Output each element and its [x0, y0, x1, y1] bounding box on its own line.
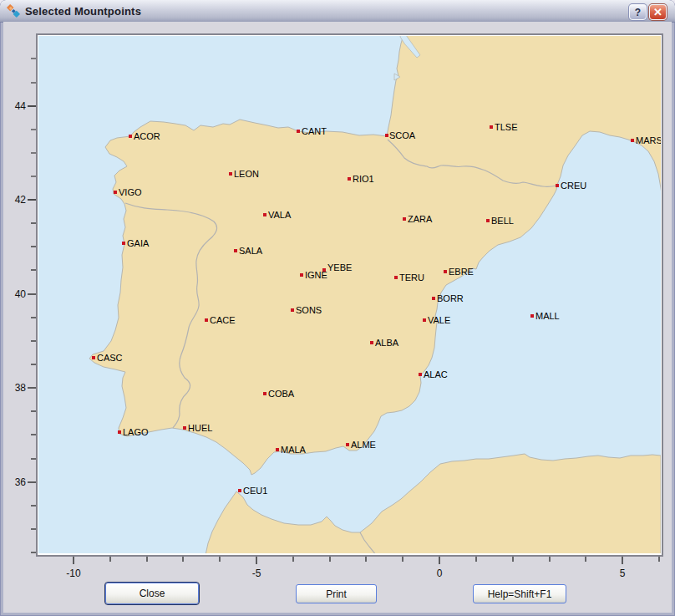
station-label-mars: MARS [636, 135, 662, 145]
app-icon [7, 4, 20, 18]
station-marker-cant [297, 130, 300, 133]
station-marker-sala [234, 249, 237, 252]
station-marker-borr [432, 297, 435, 300]
station-marker-leon [229, 172, 232, 176]
station-label-huel: HUEL [188, 423, 212, 433]
station-marker-gaia [122, 242, 125, 245]
station-label-igne: IGNE [305, 270, 327, 280]
x-tick-label: -10 [66, 568, 81, 579]
y-tick-label: 36 [15, 476, 27, 488]
station-label-cace: CACE [210, 315, 236, 325]
station-label-creu: CREU [561, 181, 586, 191]
station-marker-rio1 [348, 177, 351, 181]
station-marker-scoa [385, 134, 388, 137]
help-titlebar-button[interactable]: ? [629, 4, 647, 20]
dialog-window: Selected Mountpoints ? ✕ ACORCANTSCOATLS… [0, 0, 675, 616]
station-label-acor: ACOR [134, 131, 160, 141]
x-tick-label: 0 [437, 568, 443, 579]
station-label-alac: ALAC [424, 369, 448, 379]
station-label-yebe: YEBE [327, 262, 352, 272]
station-label-lago: LAGO [123, 427, 149, 437]
help-button[interactable]: Help=Shift+F1 [473, 584, 566, 603]
window-title: Selected Mountpoints [25, 5, 141, 18]
station-label-coba: COBA [268, 389, 295, 399]
station-marker-creu [556, 184, 559, 187]
station-label-ceu1: CEU1 [243, 486, 267, 496]
station-label-sala: SALA [239, 246, 263, 256]
mountpoint-map: ACORCANTSCOATLSEMARSLEONRIO1CREUVIGOVALA… [3, 22, 672, 613]
station-marker-teru [394, 276, 398, 279]
station-label-gaia: GAIA [127, 238, 150, 248]
station-label-leon: LEON [234, 169, 259, 179]
dialog-content: ACORCANTSCOATLSEMARSLEONRIO1CREUVIGOVALA… [3, 22, 672, 613]
station-marker-alme [346, 443, 349, 446]
close-button[interactable]: Close [105, 583, 199, 604]
station-marker-acor [129, 135, 132, 138]
station-marker-zara [403, 217, 406, 221]
station-marker-cace [205, 318, 208, 322]
station-marker-vale [423, 318, 426, 322]
map-layers: ACORCANTSCOATLSEMARSLEONRIO1CREUVIGOVALA… [38, 28, 662, 555]
station-marker-sons [291, 308, 294, 312]
station-marker-ceu1 [238, 489, 241, 492]
close-titlebar-button[interactable]: ✕ [649, 4, 667, 20]
station-label-vale: VALE [428, 315, 450, 325]
station-marker-mars [631, 139, 634, 142]
x-tick-label: 5 [620, 568, 626, 579]
print-button[interactable]: Print [296, 584, 377, 603]
station-marker-vigo [114, 191, 117, 194]
station-marker-alba [370, 341, 373, 344]
station-marker-mala [276, 448, 279, 451]
station-marker-ebre [444, 270, 447, 273]
x-tick-label: -5 [252, 568, 261, 579]
station-marker-lago [118, 430, 121, 434]
station-label-vala: VALA [268, 210, 292, 220]
title-bar[interactable]: Selected Mountpoints ? ✕ [0, 0, 675, 23]
station-label-mall: MALL [535, 311, 560, 321]
station-marker-vala [263, 213, 266, 216]
station-marker-casc [92, 356, 95, 359]
station-label-casc: CASC [97, 353, 123, 363]
station-label-alme: ALME [351, 440, 376, 450]
station-marker-bell [486, 219, 490, 222]
station-label-sons: SONS [296, 305, 322, 315]
station-label-vigo: VIGO [119, 187, 142, 197]
station-label-scoa: SCOA [389, 130, 416, 140]
station-label-borr: BORR [437, 293, 464, 303]
station-label-tlse: TLSE [495, 122, 518, 132]
station-label-ebre: EBRE [449, 267, 474, 277]
station-marker-tlse [490, 125, 493, 129]
y-tick-label: 44 [15, 100, 27, 112]
y-tick-label: 42 [15, 194, 27, 206]
station-label-teru: TERU [399, 272, 424, 283]
y-tick-label: 38 [15, 382, 27, 394]
station-marker-igne [300, 273, 303, 277]
y-tick-label: 40 [15, 288, 27, 300]
station-label-mala: MALA [281, 445, 307, 455]
station-marker-huel [183, 426, 186, 430]
station-label-zara: ZARA [408, 214, 433, 224]
station-marker-mall [530, 314, 534, 318]
station-label-bell: BELL [491, 216, 514, 226]
station-label-cant: CANT [302, 126, 327, 136]
station-marker-alac [419, 373, 422, 376]
station-label-rio1: RIO1 [353, 174, 374, 184]
station-marker-coba [263, 392, 266, 395]
station-label-alba: ALBA [375, 338, 399, 348]
